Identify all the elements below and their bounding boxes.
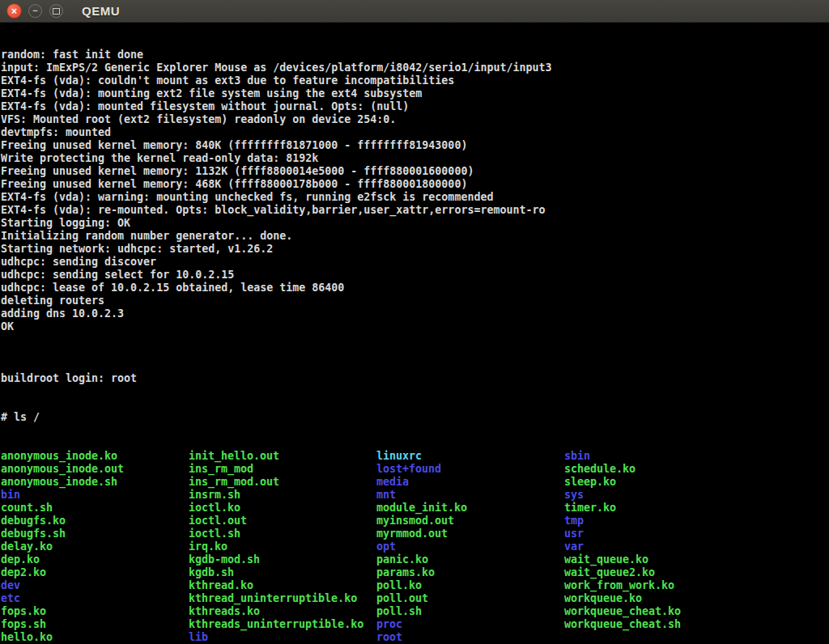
file-entry: sleep.ko xyxy=(564,476,829,489)
file-entry: proc xyxy=(376,618,564,631)
file-entry: workqueue.ko xyxy=(564,592,829,605)
maximize-icon xyxy=(53,8,60,15)
terminal-line: udhcpc: lease of 10.0.2.15 obtained, lea… xyxy=(1,282,829,294)
file-entry: anonymous_inode.sh xyxy=(1,476,189,489)
terminal-line: random: fast init done xyxy=(1,49,829,61)
empty-cell xyxy=(564,631,829,644)
file-entry: delay.ko xyxy=(1,540,189,553)
file-entry: sbin xyxy=(564,450,829,463)
file-entry: init_hello.out xyxy=(189,450,376,463)
file-entry: hello.ko xyxy=(1,631,189,644)
file-entry: anonymous_inode.out xyxy=(1,463,189,476)
file-entry: ioctl.sh xyxy=(189,527,376,540)
file-entry: myrmmod.out xyxy=(376,527,564,540)
terminal-line: devtmpfs: mounted xyxy=(1,126,829,139)
file-entry: debugfs.ko xyxy=(1,515,189,527)
file-entry: work_from_work.ko xyxy=(564,579,829,592)
file-entry: linuxrc xyxy=(376,450,564,463)
terminal-line: Freeing unused kernel memory: 468K (ffff… xyxy=(1,178,829,191)
file-entry: count.sh xyxy=(1,502,189,515)
boot-lines: random: fast init doneinput: ImExPS/2 Ge… xyxy=(1,49,829,346)
window-title: QEMU xyxy=(82,4,120,18)
file-entry: root xyxy=(376,631,564,644)
file-entry: fops.sh xyxy=(1,618,189,631)
minimize-button[interactable]: − xyxy=(28,4,42,18)
terminal-line: input: ImExPS/2 Generic Explorer Mouse a… xyxy=(1,61,829,74)
terminal-line: OK xyxy=(1,320,829,333)
file-entry: wait_queue.ko xyxy=(564,553,829,566)
terminal-line: udhcpc: sending select for 10.0.2.15 xyxy=(1,269,829,282)
terminal-line: Initializing random number generator... … xyxy=(1,230,829,243)
qemu-window: × − QEMU random: fast init doneinput: Im… xyxy=(0,0,829,644)
terminal-line: Starting network: udhcpc: started, v1.26… xyxy=(1,243,829,256)
terminal-line: EXT4-fs (vda): mounting ext2 file system… xyxy=(1,87,829,100)
terminal-line: Freeing unused kernel memory: 840K (ffff… xyxy=(1,139,829,152)
login-line: buildroot login: root xyxy=(1,372,829,385)
terminal-line: Write protecting the kernel read-only da… xyxy=(1,152,829,165)
file-entry: wait_queue2.ko xyxy=(564,566,829,579)
file-entry: kthreads_uninterruptible.ko xyxy=(189,618,376,631)
file-entry: etc xyxy=(1,592,189,605)
file-entry: kthread_uninterruptible.ko xyxy=(189,592,376,605)
file-entry: poll.ko xyxy=(376,579,564,592)
file-entry: sys xyxy=(564,489,829,502)
close-button[interactable]: × xyxy=(6,3,22,19)
file-entry: params.ko xyxy=(376,566,564,579)
file-entry: schedule.ko xyxy=(564,463,829,476)
file-entry: kgdb.sh xyxy=(189,566,376,579)
file-entry: workqueue_cheat.sh xyxy=(564,618,829,631)
file-entry: dep2.ko xyxy=(1,566,189,579)
file-entry: panic.ko xyxy=(376,553,564,566)
file-entry: dev xyxy=(1,579,189,592)
file-entry: workqueue_cheat.ko xyxy=(564,605,829,618)
terminal-line: EXT4-fs (vda): couldn't mount as ext3 du… xyxy=(1,74,829,87)
terminal-line: udhcpc: sending discover xyxy=(1,256,829,269)
file-entry: ins_rm_mod.out xyxy=(189,476,376,489)
file-entry: mnt xyxy=(376,489,564,502)
file-entry: irq.ko xyxy=(189,540,376,553)
terminal-line: Starting logging: OK xyxy=(1,217,829,230)
file-entry: myinsmod.out xyxy=(376,515,564,527)
maximize-button[interactable] xyxy=(49,4,63,18)
file-entry: kthread.ko xyxy=(189,579,376,592)
file-entry: kgdb-mod.sh xyxy=(189,553,376,566)
terminal-line: Freeing unused kernel memory: 1132K (fff… xyxy=(1,165,829,178)
file-entry: ioctl.ko xyxy=(189,502,376,515)
file-entry: dep.ko xyxy=(1,553,189,566)
file-entry: bin xyxy=(1,489,189,502)
terminal-line: deleting routers xyxy=(1,294,829,307)
file-entry: module_init.ko xyxy=(376,502,564,515)
file-entry: ioctl.out xyxy=(189,515,376,527)
file-entry: kthreads.ko xyxy=(189,605,376,618)
file-entry: media xyxy=(376,476,564,489)
file-entry: anonymous_inode.ko xyxy=(1,450,189,463)
file-entry: tmp xyxy=(564,515,829,527)
terminal-line: EXT4-fs (vda): re-mounted. Opts: block_v… xyxy=(1,204,829,217)
file-entry: usr xyxy=(564,527,829,540)
file-entry: lib xyxy=(189,631,376,644)
ls-output: anonymous_inode.koinit_hello.outlinuxrcs… xyxy=(1,450,829,644)
terminal-line xyxy=(1,333,829,346)
close-icon: × xyxy=(11,6,17,16)
file-entry: poll.out xyxy=(376,592,564,605)
file-entry: var xyxy=(564,540,829,553)
minimize-icon: − xyxy=(32,6,37,15)
file-entry: fops.ko xyxy=(1,605,189,618)
terminal-line: EXT4-fs (vda): mounted filesystem withou… xyxy=(1,100,829,113)
file-entry: debugfs.sh xyxy=(1,527,189,540)
file-entry: opt xyxy=(376,540,564,553)
file-entry: ins_rm_mod xyxy=(189,463,376,476)
terminal-line: VFS: Mounted root (ext2 filesystem) read… xyxy=(1,113,829,126)
file-entry: lost+found xyxy=(376,463,564,476)
terminal-line: EXT4-fs (vda): warning: mounting uncheck… xyxy=(1,191,829,204)
file-entry: insrm.sh xyxy=(189,489,376,502)
terminal-screen[interactable]: random: fast init doneinput: ImExPS/2 Ge… xyxy=(0,23,829,644)
terminal-line: adding dns 10.0.2.3 xyxy=(1,307,829,320)
window-titlebar[interactable]: × − QEMU xyxy=(0,0,829,23)
ls-command-line: # ls / xyxy=(1,411,829,424)
file-entry: poll.sh xyxy=(376,605,564,618)
file-entry: timer.ko xyxy=(564,502,829,515)
